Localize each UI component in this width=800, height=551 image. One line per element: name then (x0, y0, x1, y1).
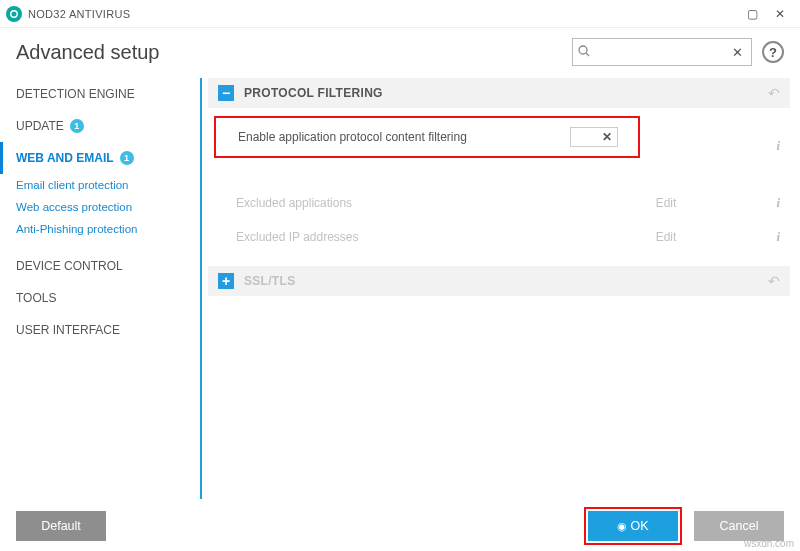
revert-icon[interactable]: ↶ (768, 85, 780, 101)
collapse-icon[interactable]: − (218, 85, 234, 101)
sidebar-sub-web-access[interactable]: Web access protection (16, 196, 196, 218)
title-bar: NOD32 ANTIVIRUS ▢ ✕ (0, 0, 800, 28)
sidebar-item-label: WEB AND EMAIL (16, 151, 114, 165)
sidebar-item-web-and-email[interactable]: WEB AND EMAIL 1 (0, 142, 196, 174)
section-title: PROTOCOL FILTERING (244, 86, 768, 100)
sidebar-item-user-interface[interactable]: USER INTERFACE (16, 314, 196, 346)
product-name: NOD32 ANTIVIRUS (28, 8, 130, 20)
page-title: Advanced setup (16, 41, 159, 64)
setting-label-enable-filtering: Enable application protocol content filt… (238, 130, 467, 144)
footer: Default ◉ OK Cancel (0, 501, 800, 551)
ok-button-label: OK (630, 519, 648, 533)
default-button[interactable]: Default (16, 511, 106, 541)
sidebar-item-label: DETECTION ENGINE (16, 87, 135, 101)
window-maximize-icon[interactable]: ▢ (738, 2, 766, 26)
sidebar-item-label: UPDATE (16, 119, 64, 133)
info-icon[interactable]: i (776, 138, 780, 154)
setting-label-excluded-apps: Excluded applications (236, 196, 352, 210)
sidebar-item-update[interactable]: UPDATE 1 (16, 110, 196, 142)
ok-button[interactable]: ◉ OK (588, 511, 678, 541)
watermark: wsxdn.com (744, 538, 794, 549)
cancel-button[interactable]: Cancel (694, 511, 784, 541)
sidebar-sub-anti-phishing[interactable]: Anti-Phishing protection (16, 218, 196, 240)
svg-point-0 (11, 10, 17, 16)
edit-link-excluded-apps[interactable]: Edit (656, 196, 677, 210)
expand-icon[interactable]: + (218, 273, 234, 289)
header: Advanced setup ✕ ? (0, 28, 800, 78)
globe-icon: ◉ (617, 520, 627, 533)
sidebar-item-label: USER INTERFACE (16, 323, 120, 337)
sidebar-item-tools[interactable]: TOOLS (16, 282, 196, 314)
row-excluded-applications: Excluded applications Edit i (208, 186, 790, 220)
info-icon[interactable]: i (776, 229, 780, 245)
svg-point-1 (579, 46, 587, 54)
window-close-icon[interactable]: ✕ (766, 2, 794, 26)
content-panel: − PROTOCOL FILTERING ↶ Enable applicatio… (200, 78, 800, 499)
search-input[interactable] (595, 45, 728, 59)
help-icon[interactable]: ? (762, 41, 784, 63)
revert-icon[interactable]: ↶ (768, 273, 780, 289)
sidebar-item-label: DEVICE CONTROL (16, 259, 123, 273)
search-clear-icon[interactable]: ✕ (728, 45, 747, 60)
body: DETECTION ENGINE UPDATE 1 WEB AND EMAIL … (0, 78, 800, 499)
svg-line-2 (586, 53, 589, 56)
sidebar-item-device-control[interactable]: DEVICE CONTROL (16, 250, 196, 282)
row-excluded-ips: Excluded IP addresses Edit i (208, 220, 790, 254)
setting-label-excluded-ips: Excluded IP addresses (236, 230, 359, 244)
toggle-enable-filtering[interactable]: ✕ (570, 127, 618, 147)
badge-icon: 1 (70, 119, 84, 133)
highlighted-ok-button: ◉ OK (584, 507, 682, 545)
toggle-off-icon: ✕ (602, 130, 612, 144)
sidebar-sub-email-client[interactable]: Email client protection (16, 174, 196, 196)
sidebar-item-detection-engine[interactable]: DETECTION ENGINE (16, 78, 196, 110)
info-icon[interactable]: i (776, 195, 780, 211)
search-box[interactable]: ✕ (572, 38, 752, 66)
edit-link-excluded-ips[interactable]: Edit (656, 230, 677, 244)
section-header-ssl-tls: + SSL/TLS ↶ (208, 266, 790, 296)
sidebar: DETECTION ENGINE UPDATE 1 WEB AND EMAIL … (0, 78, 200, 499)
search-icon (577, 44, 591, 62)
badge-icon: 1 (120, 151, 134, 165)
section-title: SSL/TLS (244, 274, 768, 288)
highlighted-setting-row: Enable application protocol content filt… (214, 116, 640, 158)
sidebar-item-label: TOOLS (16, 291, 56, 305)
eset-logo-icon (6, 6, 22, 22)
section-header-protocol-filtering: − PROTOCOL FILTERING ↶ (208, 78, 790, 108)
